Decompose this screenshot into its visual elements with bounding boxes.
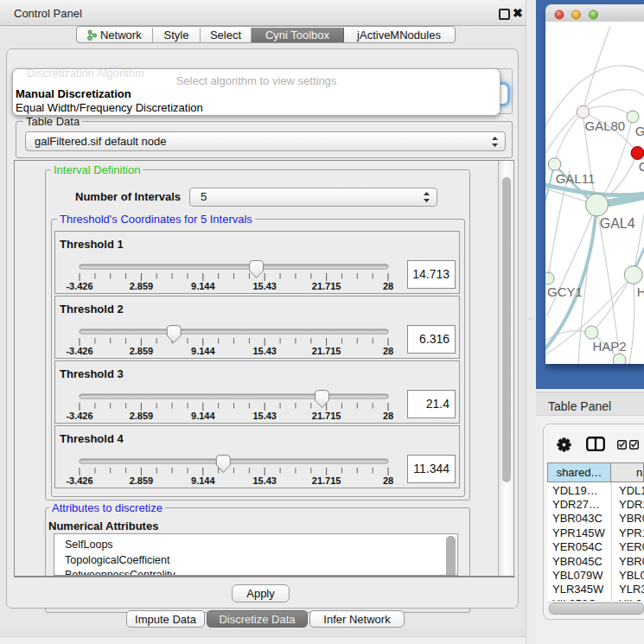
svg-text:28: 28	[383, 281, 393, 291]
svg-text:HAP2: HAP2	[592, 339, 626, 354]
svg-text:21.715: 21.715	[312, 411, 341, 421]
svg-text:CY: CY	[639, 159, 644, 174]
svg-text:21.715: 21.715	[312, 475, 341, 486]
svg-text:GAL80: GAL80	[585, 118, 626, 133]
svg-text:21.715: 21.715	[312, 346, 341, 356]
svg-text:15.43: 15.43	[252, 411, 277, 421]
svg-text:HA: HA	[637, 284, 644, 299]
svg-text:28: 28	[383, 411, 393, 421]
svg-text:15.43: 15.43	[252, 346, 277, 356]
svg-text:9.144: 9.144	[191, 281, 215, 291]
svg-text:9.144: 9.144	[191, 411, 215, 421]
svg-text:GAL11: GAL11	[556, 171, 596, 186]
svg-text:28: 28	[383, 475, 393, 486]
svg-text:2.859: 2.859	[130, 346, 154, 356]
svg-text:2.859: 2.859	[130, 281, 154, 291]
svg-text:21.715: 21.715	[312, 281, 341, 291]
svg-text:GA: GA	[635, 124, 644, 138]
svg-text:-3.426: -3.426	[66, 411, 92, 421]
svg-text:15.43: 15.43	[252, 281, 277, 291]
svg-text:28: 28	[383, 346, 393, 356]
svg-text:9.144: 9.144	[191, 475, 215, 486]
svg-text:15.43: 15.43	[252, 475, 277, 486]
svg-text:-3.426: -3.426	[66, 281, 92, 291]
svg-text:GAL4: GAL4	[600, 216, 635, 231]
svg-text:9.144: 9.144	[191, 346, 215, 356]
svg-text:-3.426: -3.426	[66, 475, 92, 486]
svg-text:2.859: 2.859	[130, 411, 154, 421]
svg-text:2.859: 2.859	[130, 475, 154, 486]
svg-text:-3.426: -3.426	[66, 346, 92, 356]
svg-text:GCY1: GCY1	[547, 284, 583, 299]
